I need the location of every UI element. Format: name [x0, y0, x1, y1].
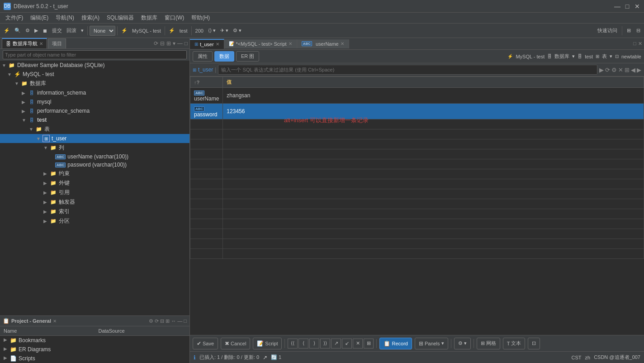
- save-button[interactable]: ✔ Save: [193, 338, 218, 349]
- nav-sync-icon[interactable]: ⟳: [154, 40, 158, 47]
- tree-item-username-col[interactable]: ABC userName (varchar(100)): [0, 153, 189, 161]
- tree-item-password-col[interactable]: ABC password (varchar(100)): [0, 161, 189, 169]
- project-min-icon[interactable]: —: [177, 318, 182, 324]
- nav-next[interactable]: ⟩: [309, 339, 319, 349]
- toolbar-db-icon[interactable]: ⚡: [119, 25, 129, 36]
- editor-tab-t-user[interactable]: ⊞ t_user ✕: [190, 39, 224, 49]
- sub-tab-er[interactable]: ER 图: [236, 51, 259, 62]
- cancel-button[interactable]: ✖ Cancel: [221, 338, 250, 349]
- menu-db[interactable]: 数据库: [137, 13, 161, 23]
- nav-last[interactable]: ⟩⟩: [320, 339, 330, 349]
- sub-tab-dropdown[interactable]: ▾: [572, 53, 575, 59]
- filter-clear-icon[interactable]: ✕: [618, 67, 623, 73]
- tree-item-columns[interactable]: ▼ 📁 列: [0, 143, 189, 153]
- extra-view-button[interactable]: ⊡: [528, 338, 540, 349]
- panels-button[interactable]: ⊞ Panels ▾: [415, 338, 448, 349]
- script-tab-close[interactable]: ✕: [289, 41, 292, 46]
- editor-tab-script[interactable]: 📝 *<MySQL - test> Script ✕: [224, 39, 297, 48]
- toolbar-extra-1[interactable]: ⊞: [625, 25, 633, 36]
- project-settings-icon[interactable]: ⚙: [149, 318, 153, 324]
- text-button[interactable]: T 文本: [503, 338, 526, 349]
- filter-apply-icon[interactable]: ▶: [599, 67, 604, 73]
- nav-expand-icon[interactable]: ⊞: [166, 40, 171, 47]
- menu-nav[interactable]: 导航(N): [52, 13, 78, 23]
- menu-window[interactable]: 窗口(W): [161, 13, 188, 23]
- project-row-er-diagrams[interactable]: ▶ 📁 ER Diagrams: [0, 345, 189, 354]
- toolbar-stop[interactable]: ⏹: [41, 25, 49, 36]
- toolbar-play[interactable]: ▶: [33, 25, 40, 36]
- project-collapse-icon[interactable]: ⊟: [160, 318, 164, 324]
- toolbar-bracket[interactable]: ⟨⟩ ▾: [206, 25, 218, 36]
- row-2-value[interactable]: 123456: [223, 104, 644, 119]
- filter-custom-icon[interactable]: ⊞: [625, 67, 630, 73]
- table-row[interactable]: ABC userName zhangsan: [190, 88, 644, 104]
- navigator-tab[interactable]: 🗄 数据库导航 ✕: [2, 38, 47, 48]
- project-tab-close[interactable]: ✕: [53, 319, 57, 324]
- username-tab-close[interactable]: ✕: [341, 41, 344, 46]
- maximize-button[interactable]: □: [624, 3, 630, 10]
- menu-help[interactable]: 帮助(H): [188, 13, 213, 23]
- tree-item-triggers[interactable]: ▶ 📁 触发器: [0, 197, 189, 207]
- sub-tab-data[interactable]: 数据: [214, 51, 234, 62]
- toolbar-rollback[interactable]: 回滚: [65, 25, 78, 36]
- tree-item-tables[interactable]: ▼ 📁 表: [0, 124, 189, 134]
- menu-file[interactable]: 文件(F): [2, 13, 27, 23]
- row-1-value[interactable]: zhangsan: [223, 88, 644, 104]
- script-button[interactable]: 📝 Script: [253, 338, 282, 349]
- filter-settings-icon[interactable]: ⚙: [611, 67, 617, 73]
- toolbar-run[interactable]: ⚡: [2, 25, 12, 36]
- toolbar-commit[interactable]: 提交: [50, 25, 64, 36]
- editor-tab-username[interactable]: ABC userName ✕: [297, 39, 349, 48]
- nav-add[interactable]: ↗: [331, 339, 341, 349]
- minimize-button[interactable]: —: [614, 3, 620, 10]
- nav-menu-icon[interactable]: ▾: [173, 40, 175, 47]
- toolbar-none-select[interactable]: None: [90, 26, 115, 36]
- toolbar-extra-2[interactable]: ⊟: [635, 25, 642, 36]
- sql-filter-input[interactable]: [218, 65, 597, 75]
- tree-item-indexes[interactable]: ▶ 📁 索引: [0, 207, 189, 216]
- tree-item-partitions[interactable]: ▶ 📁 分区: [0, 216, 189, 226]
- project-arrow-icon[interactable]: ↔: [171, 318, 176, 324]
- nav-max-icon[interactable]: □: [185, 40, 188, 47]
- toolbar-table-icon[interactable]: ⚡: [167, 25, 177, 36]
- record-button[interactable]: 📋 Record: [379, 338, 412, 349]
- tree-item-performance-schema[interactable]: ▶ 🗄 performance_schema: [0, 106, 189, 115]
- nav-del[interactable]: ✕: [353, 339, 363, 349]
- settings-button[interactable]: ⚙ ▾: [454, 338, 471, 349]
- panels-dropdown[interactable]: ▾: [441, 340, 444, 346]
- filter-refresh-icon[interactable]: ⟳: [605, 67, 610, 73]
- project-row-scripts[interactable]: ▶ 📄 Scripts: [0, 354, 189, 363]
- nav-prev[interactable]: ⟨: [298, 339, 308, 349]
- nav-search-input[interactable]: [3, 50, 187, 59]
- toolbar-dropdown[interactable]: ▾: [79, 25, 85, 36]
- nav-copy[interactable]: ↙: [342, 339, 352, 349]
- project-row-bookmarks[interactable]: ▶ 📁 Bookmarks: [0, 336, 189, 345]
- menu-sql[interactable]: SQL编辑器: [103, 13, 137, 23]
- filter-nav-back[interactable]: ◀: [631, 67, 635, 73]
- project-sync-icon[interactable]: ⟳: [155, 318, 159, 324]
- sub-tab-type-dropdown[interactable]: ▾: [610, 53, 612, 59]
- menu-edit[interactable]: 编辑(E): [27, 13, 52, 23]
- tree-item-t-user[interactable]: ▼ ⊞ t_user: [0, 134, 189, 143]
- sub-tab-properties[interactable]: 属性: [193, 51, 213, 62]
- toolbar-gear[interactable]: ⚙ ▾: [231, 25, 243, 36]
- tree-item-dbeaver-sample[interactable]: ▼ 📁 DBeaver Sample Database (SQLite): [0, 61, 189, 70]
- project-expand-icon[interactable]: ⊞: [166, 318, 170, 324]
- window-controls[interactable]: — □ ✕: [614, 3, 640, 10]
- table-row[interactable]: ABC password 123456: [190, 104, 644, 119]
- project-max-icon[interactable]: □: [184, 318, 187, 324]
- navigator-tab-close[interactable]: ✕: [39, 41, 43, 46]
- nav-first[interactable]: ⟨⟨: [288, 339, 298, 349]
- toolbar-search[interactable]: 🔍: [13, 25, 23, 36]
- project-tab[interactable]: 项目: [48, 38, 66, 48]
- nav-min-icon[interactable]: —: [177, 40, 183, 47]
- nav-collapse-icon[interactable]: ⊟: [160, 40, 165, 47]
- grid-button[interactable]: ⊞ 网格: [477, 338, 500, 349]
- tree-item-information-schema[interactable]: ▶ 🗄 information_schema: [0, 88, 189, 97]
- editor-maximize-icon[interactable]: □: [633, 41, 636, 47]
- tree-item-foreign-keys[interactable]: ▶ 📁 外键: [0, 178, 189, 188]
- tree-item-mysql[interactable]: ▶ 🗄 mysql: [0, 97, 189, 106]
- tree-item-mysql-test[interactable]: ▼ ⚡ MySQL - test: [0, 70, 189, 79]
- close-button[interactable]: ✕: [634, 3, 640, 10]
- status-refresh-icon[interactable]: ↗: [263, 354, 267, 361]
